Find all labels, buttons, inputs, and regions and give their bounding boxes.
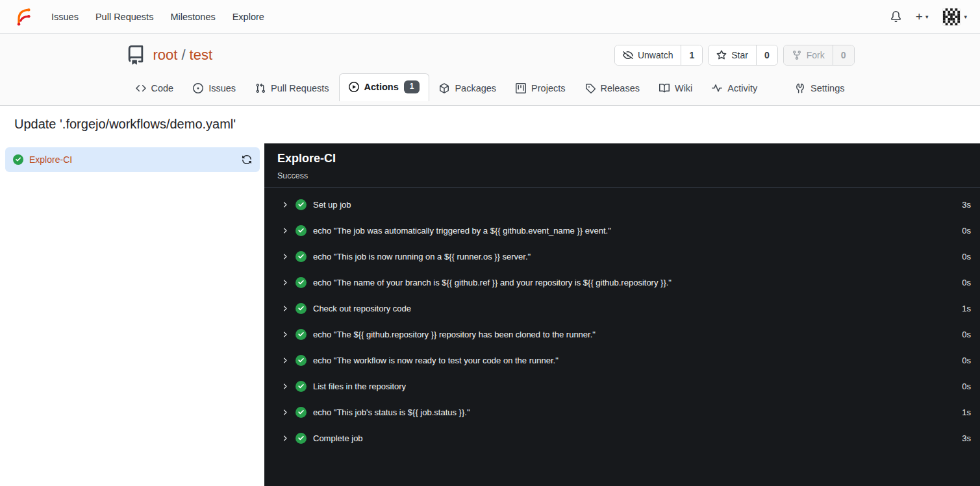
watch-count[interactable]: 1 <box>681 45 702 65</box>
step-label: echo "This job's status is ${{ job.statu… <box>313 407 470 417</box>
step-row[interactable]: echo "This job is now running on a ${{ r… <box>281 243 971 269</box>
job-item-explore-ci[interactable]: Explore-CI <box>5 147 260 172</box>
unwatch-button[interactable]: Unwatch <box>615 45 681 65</box>
chevron-right-icon <box>281 434 289 443</box>
tab-code[interactable]: Code <box>126 76 184 101</box>
forgejo-logo-icon[interactable] <box>13 7 32 27</box>
app-root: Issues Pull Requests Milestones Explore … <box>0 0 980 486</box>
step-label: echo "The ${{ github.repository }} repos… <box>313 330 596 339</box>
package-icon <box>439 83 449 93</box>
pulse-icon <box>712 83 722 93</box>
success-check-icon <box>295 277 307 288</box>
nav-link-explore[interactable]: Explore <box>224 0 273 34</box>
step-label: echo "The job was automatically triggere… <box>313 226 611 236</box>
chevron-right-icon <box>281 278 289 287</box>
fork-button: Fork <box>784 45 833 65</box>
star-button[interactable]: Star <box>709 45 756 65</box>
step-row[interactable]: List files in the repository 0s <box>281 373 971 399</box>
fork-label: Fork <box>807 50 825 60</box>
success-check-icon <box>13 154 23 165</box>
panel-job-title: Explore-CI <box>277 152 967 165</box>
step-label: Check out repository code <box>313 304 411 313</box>
success-check-icon <box>295 355 307 366</box>
unwatch-label: Unwatch <box>638 50 673 60</box>
repo-breadcrumb: root / test <box>153 47 213 64</box>
success-check-icon <box>295 329 307 340</box>
panel-header: Explore-CI Success <box>264 143 980 188</box>
play-icon <box>349 82 359 92</box>
chevron-right-icon <box>281 226 289 235</box>
tab-settings[interactable]: Settings <box>785 76 854 101</box>
step-row[interactable]: echo "The job was automatically triggere… <box>281 217 971 243</box>
tab-projects[interactable]: Projects <box>506 76 575 101</box>
success-check-icon <box>295 303 307 314</box>
step-row[interactable]: echo "The ${{ github.repository }} repos… <box>281 321 971 347</box>
tab-label: Packages <box>455 83 496 93</box>
step-duration: 3s <box>962 433 971 443</box>
run-title: Update '.forgejo/workflows/demo.yaml' <box>0 106 980 143</box>
breadcrumb-separator: / <box>181 47 185 64</box>
step-label: echo "The workflow is now ready to test … <box>313 356 559 365</box>
issue-icon <box>193 83 203 93</box>
tab-pull-requests[interactable]: Pull Requests <box>245 76 338 101</box>
step-duration: 1s <box>962 304 971 313</box>
tab-label: Issues <box>208 83 236 93</box>
book-icon <box>659 83 670 93</box>
tab-issues[interactable]: Issues <box>183 76 245 101</box>
step-row[interactable]: Set up job 3s <box>281 191 971 217</box>
repo-tabs: Code Issues Pull Requests Actions 1 <box>126 73 855 101</box>
step-row[interactable]: Complete job 3s <box>281 425 971 451</box>
step-row[interactable]: echo "This job's status is ${{ job.statu… <box>281 399 971 425</box>
code-icon <box>136 83 146 93</box>
repo-action-buttons: Unwatch 1 Star 0 Fork <box>614 45 855 66</box>
run-view: Update '.forgejo/workflows/demo.yaml' Ex… <box>0 106 980 486</box>
tag-icon <box>585 83 596 93</box>
plus-icon: + <box>916 10 923 23</box>
top-navbar: Issues Pull Requests Milestones Explore … <box>0 0 980 34</box>
repo-owner-link[interactable]: root <box>153 47 178 64</box>
step-row[interactable]: echo "The workflow is now ready to test … <box>281 347 971 373</box>
chevron-down-icon: ▾ <box>925 14 929 20</box>
success-check-icon <box>295 381 307 392</box>
step-row[interactable]: echo "The name of your branch is ${{ git… <box>281 269 971 295</box>
pull-request-icon <box>255 83 266 93</box>
star-count[interactable]: 0 <box>756 45 777 65</box>
step-duration: 0s <box>962 356 971 365</box>
chevron-right-icon <box>281 408 289 417</box>
fork-count: 0 <box>833 45 854 65</box>
nav-link-issues[interactable]: Issues <box>43 0 87 34</box>
refresh-icon[interactable] <box>242 154 252 165</box>
steps-list: Set up job 3s echo "The job was automati… <box>264 188 980 451</box>
chevron-right-icon <box>281 356 289 365</box>
tab-wiki[interactable]: Wiki <box>649 76 702 101</box>
tab-actions[interactable]: Actions 1 <box>339 73 430 101</box>
repo-name-link[interactable]: test <box>190 47 212 64</box>
step-label: List files in the repository <box>313 382 406 391</box>
repo-title-row: root / test Unwatch 1 <box>126 45 855 66</box>
nav-link-pull-requests[interactable]: Pull Requests <box>87 0 162 34</box>
tab-releases[interactable]: Releases <box>575 76 649 101</box>
chevron-right-icon <box>281 304 289 313</box>
actions-count-badge: 1 <box>404 80 420 93</box>
chevron-right-icon <box>281 252 289 261</box>
step-duration: 0s <box>962 330 971 339</box>
step-row[interactable]: Check out repository code 1s <box>281 295 971 321</box>
run-body: Explore-CI Explore-CI Success <box>0 143 980 486</box>
job-name: Explore-CI <box>29 154 72 165</box>
tab-label: Activity <box>727 83 757 93</box>
project-icon <box>516 83 526 93</box>
user-menu[interactable]: ▾ <box>942 8 967 26</box>
tab-packages[interactable]: Packages <box>429 76 506 101</box>
step-label: echo "The name of your branch is ${{ git… <box>313 278 672 287</box>
success-check-icon <box>295 407 307 418</box>
notifications-bell-icon[interactable] <box>890 11 901 22</box>
tab-label: Pull Requests <box>271 83 329 93</box>
tab-activity[interactable]: Activity <box>702 76 767 101</box>
star-label: Star <box>731 50 748 60</box>
create-new-dropdown[interactable]: + ▾ <box>916 10 929 23</box>
star-button-group: Star 0 <box>708 45 777 66</box>
chevron-down-icon: ▾ <box>964 14 967 20</box>
panel-job-status: Success <box>277 171 967 180</box>
nav-link-milestones[interactable]: Milestones <box>162 0 223 34</box>
step-duration: 0s <box>962 226 971 236</box>
